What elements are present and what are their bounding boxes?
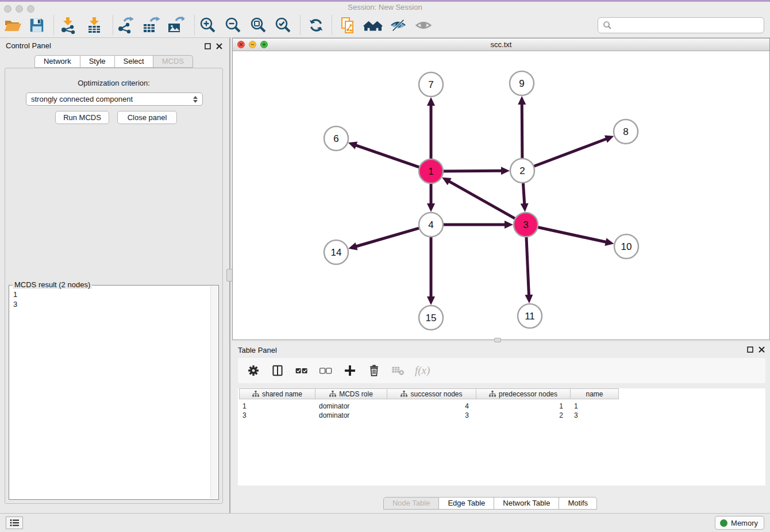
tab-style[interactable]: Style — [80, 55, 115, 68]
tab-select[interactable]: Select — [115, 55, 153, 68]
node-label-6: 6 — [333, 133, 338, 144]
zoom-in-button[interactable] — [198, 15, 218, 36]
export-table-button[interactable] — [140, 15, 161, 36]
list-icon — [10, 519, 19, 527]
cell-predecessor-nodes[interactable]: 2 — [476, 411, 571, 420]
export-network-icon — [116, 16, 134, 34]
close-table-panel-icon[interactable] — [757, 345, 765, 353]
column-header-predecessor-nodes[interactable]: predecessor nodes — [476, 388, 571, 399]
export-image-button[interactable] — [165, 15, 186, 36]
delete-column-button[interactable] — [367, 363, 382, 378]
tab-network-table[interactable]: Network Table — [494, 497, 559, 510]
mcds-result-list[interactable]: 1 3 — [13, 290, 207, 309]
zoom-selected-button[interactable] — [273, 15, 294, 36]
edge-1-2[interactable] — [442, 171, 503, 171]
cell-shared-name[interactable]: 1 — [239, 402, 315, 411]
export-network-button[interactable] — [115, 15, 136, 36]
zoom-fit-icon — [249, 16, 268, 34]
search-input[interactable] — [598, 17, 764, 33]
edge-2-8[interactable] — [533, 138, 607, 167]
refresh-icon — [307, 17, 325, 34]
mcds-panel-body: Optimization criterion: strongly connect… — [5, 68, 223, 504]
float-table-panel-icon[interactable] — [746, 345, 754, 353]
table-tabs: Node Table Edge Table Network Table Moti… — [232, 497, 748, 510]
refresh-layout-button[interactable] — [306, 15, 326, 36]
node-label-15: 15 — [426, 313, 437, 323]
deselect-all-columns-button[interactable] — [318, 363, 333, 378]
columns-icon — [271, 364, 284, 377]
cell-mcds-role[interactable]: dominator — [315, 411, 387, 420]
cell-successor-nodes[interactable]: 3 — [387, 411, 476, 420]
optimization-criterion-select[interactable]: strongly connected component — [26, 92, 203, 106]
zoom-out-icon — [224, 16, 242, 34]
cell-predecessor-nodes[interactable]: 1 — [476, 402, 571, 411]
tab-mcds[interactable]: MCDS — [153, 55, 193, 68]
mcds-result-title: MCDS result (2 nodes) — [13, 280, 92, 289]
first-neighbors-button[interactable] — [363, 15, 383, 36]
edge-3-1[interactable] — [448, 181, 517, 219]
node-label-1: 1 — [428, 166, 433, 177]
tab-motifs[interactable]: Motifs — [559, 497, 597, 510]
save-session-button[interactable] — [26, 15, 47, 36]
table-row[interactable]: 1 dominator 4 1 1 — [239, 402, 619, 411]
node-table: shared name MCDS role successor nodes pr… — [238, 388, 765, 485]
import-table-button[interactable] — [84, 15, 105, 36]
edge-3-10[interactable] — [537, 227, 607, 242]
close-panel-button[interactable]: Close panel — [117, 111, 177, 124]
zoom-fit-button[interactable] — [248, 15, 269, 36]
float-panel-icon[interactable] — [203, 42, 211, 50]
column-layout-button[interactable] — [270, 363, 285, 378]
edge-2-3[interactable] — [523, 182, 525, 205]
network-canvas[interactable]: 7968124314101511 — [233, 51, 769, 340]
show-all-button[interactable] — [413, 15, 434, 36]
column-header-shared-name[interactable]: shared name — [239, 388, 315, 399]
edge-1-6[interactable] — [355, 145, 421, 168]
tab-network[interactable]: Network — [34, 55, 80, 68]
optimization-criterion-label: Optimization criterion: — [5, 79, 222, 87]
select-all-columns-button[interactable] — [294, 363, 309, 378]
table-toolbar: f(x) — [238, 358, 765, 383]
cell-name[interactable]: 3 — [571, 411, 619, 420]
cell-mcds-role[interactable]: dominator — [315, 402, 387, 411]
edge-2-9[interactable] — [522, 103, 522, 160]
edge-arrowhead — [501, 167, 510, 175]
toolbar-divider — [194, 16, 195, 35]
window-title: Session: New Session — [0, 3, 770, 11]
horizontal-splitter-grip[interactable] — [494, 338, 501, 342]
network-window-titlebar[interactable]: scc.txt — [233, 38, 769, 51]
task-history-button[interactable] — [6, 516, 23, 529]
clone-network-button[interactable] — [337, 15, 358, 36]
status-bar: Memory — [0, 513, 770, 532]
edge-4-14[interactable] — [355, 228, 421, 246]
table-panel: Table Panel — [232, 342, 770, 513]
edge-3-11[interactable] — [526, 236, 529, 296]
export-image-icon — [166, 16, 184, 34]
result-scrollbar[interactable] — [210, 286, 218, 499]
function-builder-button[interactable]: f(x) — [415, 364, 430, 377]
table-row[interactable]: 3 dominator 3 2 3 — [239, 411, 619, 420]
run-mcds-button[interactable]: Run MCDS — [55, 111, 109, 124]
node-label-10: 10 — [621, 241, 632, 252]
cell-successor-nodes[interactable]: 4 — [387, 402, 476, 411]
memory-button[interactable]: Memory — [715, 516, 764, 530]
control-panel-tabs: Network Style Select MCDS — [0, 55, 228, 68]
zoom-out-button[interactable] — [223, 15, 244, 36]
column-header-name[interactable]: name — [571, 388, 619, 399]
zoom-in-icon — [199, 16, 217, 34]
edge-arrowhead — [348, 141, 357, 149]
hide-selected-button[interactable] — [388, 15, 409, 36]
cell-name[interactable]: 1 — [571, 402, 619, 411]
tab-edge-table[interactable]: Edge Table — [439, 497, 494, 510]
column-header-successor-nodes[interactable]: successor nodes — [387, 388, 476, 399]
import-network-button[interactable] — [57, 15, 78, 36]
cell-shared-name[interactable]: 3 — [239, 411, 315, 420]
node-label-2: 2 — [519, 165, 525, 176]
table-settings-button[interactable] — [246, 363, 261, 378]
delete-table-button[interactable] — [391, 363, 406, 378]
node-label-11: 11 — [525, 311, 535, 322]
close-panel-icon[interactable] — [215, 42, 223, 50]
open-file-button[interactable] — [2, 15, 23, 36]
add-column-button[interactable] — [342, 363, 357, 378]
column-header-mcds-role[interactable]: MCDS role — [315, 388, 387, 399]
tab-node-table[interactable]: Node Table — [383, 497, 440, 510]
